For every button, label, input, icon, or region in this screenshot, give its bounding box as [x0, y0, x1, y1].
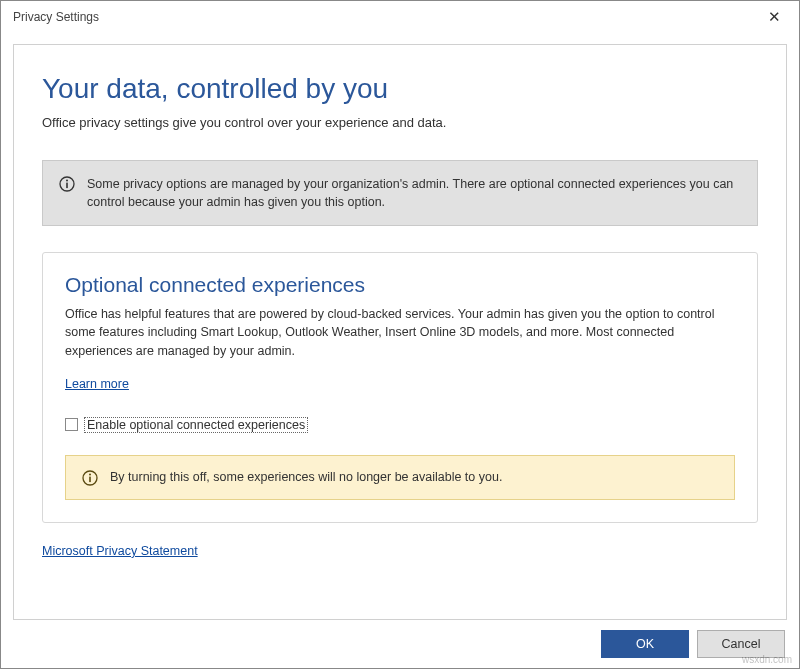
privacy-settings-dialog: Privacy Settings ✕ Your data, controlled… — [0, 0, 800, 669]
learn-more-link[interactable]: Learn more — [65, 377, 129, 391]
optional-heading: Optional connected experiences — [65, 273, 735, 297]
page-subtitle: Office privacy settings give you control… — [42, 115, 758, 130]
content-box: Your data, controlled by you Office priv… — [13, 44, 787, 620]
enable-optional-checkbox-label[interactable]: Enable optional connected experiences — [84, 417, 308, 433]
optional-description: Office has helpful features that are pow… — [65, 305, 735, 359]
close-icon[interactable]: ✕ — [762, 7, 787, 26]
svg-point-1 — [66, 180, 68, 182]
ok-button[interactable]: OK — [601, 630, 689, 658]
svg-point-4 — [89, 473, 91, 475]
enable-optional-checkbox[interactable] — [65, 418, 78, 431]
privacy-statement-link[interactable]: Microsoft Privacy Statement — [42, 544, 198, 558]
admin-info-banner: Some privacy options are managed by your… — [42, 160, 758, 226]
warning-banner: By turning this off, some experiences wi… — [65, 455, 735, 500]
svg-rect-5 — [89, 476, 91, 482]
titlebar: Privacy Settings ✕ — [1, 1, 799, 32]
warning-text: By turning this off, some experiences wi… — [110, 470, 502, 484]
admin-info-text: Some privacy options are managed by your… — [87, 175, 741, 211]
svg-rect-2 — [66, 183, 68, 189]
enable-optional-checkbox-row[interactable]: Enable optional connected experiences — [65, 417, 735, 433]
info-icon — [59, 176, 75, 192]
content-area: Your data, controlled by you Office priv… — [1, 32, 799, 620]
cancel-button[interactable]: Cancel — [697, 630, 785, 658]
optional-experiences-section: Optional connected experiences Office ha… — [42, 252, 758, 522]
info-icon — [82, 470, 98, 486]
window-title: Privacy Settings — [13, 10, 99, 24]
button-bar: OK Cancel — [1, 620, 799, 668]
page-title: Your data, controlled by you — [42, 73, 758, 105]
